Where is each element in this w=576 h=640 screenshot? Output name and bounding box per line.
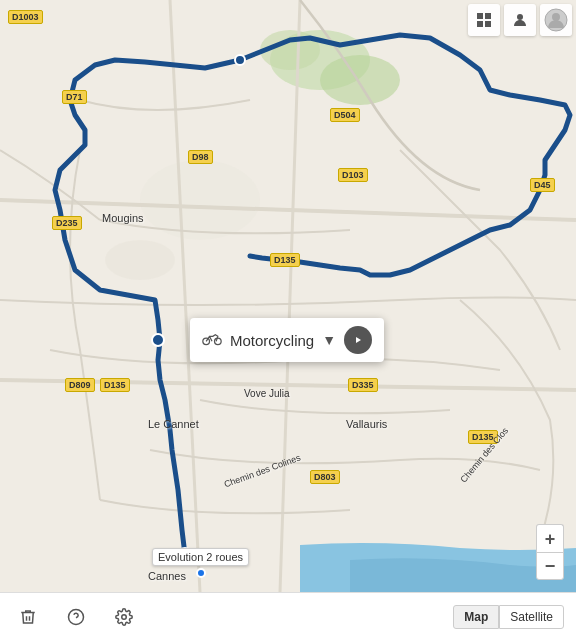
activity-label: Motorcycling bbox=[230, 332, 314, 349]
town-mougins: Mougins bbox=[102, 212, 144, 224]
road-label-d71: D71 bbox=[62, 90, 87, 104]
activity-dropdown-arrow[interactable]: ▼ bbox=[322, 332, 336, 348]
trash-icon-btn[interactable] bbox=[12, 601, 44, 633]
road-label-d1003: D1003 bbox=[8, 10, 43, 24]
location-pin[interactable]: Evolution 2 roues bbox=[152, 548, 249, 580]
grid-icon-btn[interactable] bbox=[468, 4, 500, 36]
road-label-d809: D809 bbox=[65, 378, 95, 392]
road-label-d504: D504 bbox=[330, 108, 360, 122]
motorcycle-icon bbox=[202, 330, 222, 350]
svg-point-17 bbox=[517, 14, 523, 20]
road-label-d45: D45 bbox=[530, 178, 555, 192]
map-type-selector: Map Satellite bbox=[453, 605, 564, 629]
svg-point-11 bbox=[152, 334, 164, 346]
svg-point-25 bbox=[122, 614, 127, 619]
svg-rect-16 bbox=[485, 21, 491, 27]
road-label-d235: D235 bbox=[52, 216, 82, 230]
svg-rect-15 bbox=[477, 21, 483, 27]
road-label-d135-mid: D135 bbox=[100, 378, 130, 392]
zoom-controls: + − bbox=[536, 524, 564, 580]
town-vallauris: Vallauris bbox=[346, 418, 387, 430]
road-label-d335: D335 bbox=[348, 378, 378, 392]
map-container: D1003 D504 D98 D103 D135 D135 D135 D235 … bbox=[0, 0, 576, 640]
svg-rect-13 bbox=[477, 13, 483, 19]
town-le-cannet: Le Cannet bbox=[148, 418, 199, 430]
road-label-d135-top: D135 bbox=[270, 253, 300, 267]
zoom-out-btn[interactable]: − bbox=[536, 552, 564, 580]
town-vove-julia: Vove Julia bbox=[244, 388, 290, 399]
zoom-in-btn[interactable]: + bbox=[536, 524, 564, 552]
pin-label: Evolution 2 roues bbox=[152, 548, 249, 566]
bottom-toolbar: Map Satellite bbox=[0, 592, 576, 640]
map-type-map-btn[interactable]: Map bbox=[453, 605, 499, 629]
road-label-d98: D98 bbox=[188, 150, 213, 164]
top-right-icons bbox=[468, 4, 572, 36]
svg-marker-22 bbox=[356, 337, 361, 343]
map-type-satellite-btn[interactable]: Satellite bbox=[499, 605, 564, 629]
road-label-d803: D803 bbox=[310, 470, 340, 484]
settings-icon-btn[interactable] bbox=[108, 601, 140, 633]
svg-point-12 bbox=[235, 55, 245, 65]
bottom-left-icons bbox=[12, 601, 140, 633]
svg-rect-14 bbox=[485, 13, 491, 19]
help-icon-btn[interactable] bbox=[60, 601, 92, 633]
avatar-btn[interactable] bbox=[540, 4, 572, 36]
activity-play-btn[interactable] bbox=[344, 326, 372, 354]
svg-point-19 bbox=[552, 13, 560, 21]
svg-point-2 bbox=[320, 55, 400, 105]
activity-popup: Motorcycling ▼ bbox=[190, 318, 384, 362]
svg-point-21 bbox=[215, 338, 222, 345]
pin-dot bbox=[196, 568, 206, 578]
road-label-d103: D103 bbox=[338, 168, 368, 182]
svg-point-4 bbox=[105, 240, 175, 280]
user-icon-btn[interactable] bbox=[504, 4, 536, 36]
